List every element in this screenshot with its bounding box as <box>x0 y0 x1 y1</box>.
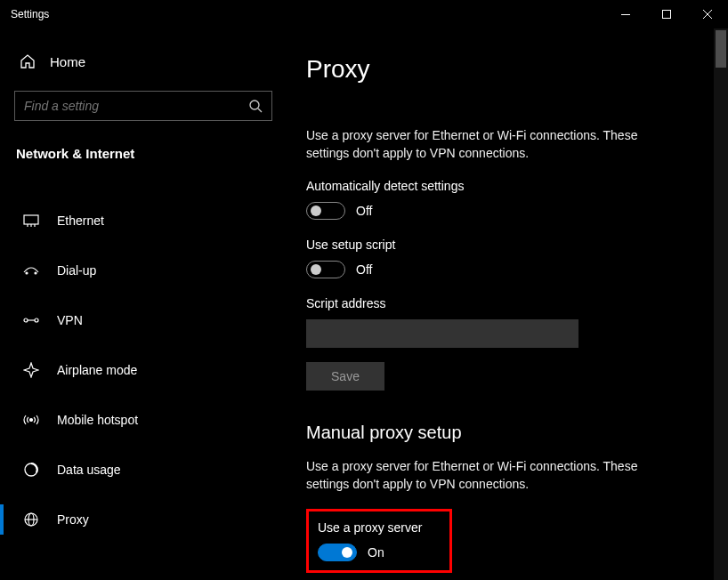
vpn-icon <box>23 312 39 328</box>
svg-rect-6 <box>24 215 38 224</box>
sidebar-item-airplane[interactable]: Airplane mode <box>11 351 278 389</box>
page-title: Proxy <box>306 55 728 84</box>
minimize-button[interactable] <box>605 0 646 28</box>
svg-point-11 <box>35 272 36 274</box>
script-address-label: Script address <box>306 296 728 310</box>
save-button[interactable]: Save <box>306 362 384 391</box>
home-icon <box>20 53 36 69</box>
svg-line-5 <box>258 109 262 112</box>
dialup-icon <box>23 262 39 278</box>
home-nav[interactable]: Home <box>11 44 278 78</box>
close-button[interactable] <box>687 0 728 28</box>
scrollbar-thumb[interactable] <box>716 30 726 68</box>
script-address-input[interactable] <box>306 319 578 348</box>
proxy-auto-description: Use a proxy server for Ethernet or Wi-Fi… <box>306 126 680 163</box>
sidebar-item-ethernet[interactable]: Ethernet <box>11 202 278 239</box>
svg-point-15 <box>30 419 33 422</box>
maximize-button[interactable] <box>646 0 687 28</box>
sidebar-item-label: Ethernet <box>57 213 104 228</box>
sidebar-item-label: Data usage <box>57 463 121 477</box>
airplane-icon <box>23 362 39 378</box>
sidebar-item-hotspot[interactable]: Mobile hotspot <box>11 401 278 439</box>
svg-point-4 <box>250 101 259 109</box>
sidebar-item-label: VPN <box>57 313 83 327</box>
svg-point-13 <box>35 318 38 322</box>
auto-detect-toggle[interactable] <box>306 202 345 220</box>
use-script-label: Use setup script <box>306 238 728 252</box>
svg-point-10 <box>26 272 28 274</box>
proxy-manual-description: Use a proxy server for Ethernet or Wi-Fi… <box>306 457 680 494</box>
sidebar-item-label: Proxy <box>57 512 89 527</box>
use-proxy-toggle[interactable] <box>318 544 357 561</box>
use-proxy-label: Use a proxy server <box>318 520 437 535</box>
hotspot-icon <box>23 412 39 428</box>
manual-proxy-heading: Manual proxy setup <box>306 423 728 443</box>
window-title: Settings <box>11 8 49 20</box>
use-script-state: Off <box>356 262 372 277</box>
svg-point-12 <box>24 318 28 322</box>
sidebar-item-label: Airplane mode <box>57 363 137 377</box>
auto-detect-label: Automatically detect settings <box>306 179 728 193</box>
use-script-toggle[interactable] <box>306 261 345 278</box>
sidebar-section-label: Network & Internet <box>11 137 278 170</box>
sidebar-item-proxy[interactable]: Proxy <box>11 501 278 538</box>
sidebar-item-dialup[interactable]: Dial-up <box>11 252 278 289</box>
sidebar: Home Network & Internet Ethernet <box>0 28 285 580</box>
titlebar: Settings <box>0 0 728 28</box>
globe-icon <box>23 512 39 528</box>
search-input[interactable] <box>24 99 248 113</box>
svg-rect-1 <box>663 11 671 19</box>
use-proxy-state: On <box>368 545 384 560</box>
auto-detect-state: Off <box>356 204 372 218</box>
data-usage-icon <box>23 462 39 478</box>
search-icon <box>248 99 263 113</box>
sidebar-item-label: Dial-up <box>57 263 96 278</box>
window-controls <box>605 0 728 28</box>
search-box[interactable] <box>14 91 272 121</box>
content-pane: Proxy Use a proxy server for Ethernet or… <box>285 28 728 580</box>
ethernet-icon <box>23 213 39 229</box>
svg-rect-0 <box>621 14 630 15</box>
sidebar-item-vpn[interactable]: VPN <box>11 302 278 339</box>
scrollbar[interactable] <box>714 28 728 580</box>
home-label: Home <box>50 54 85 69</box>
sidebar-item-datausage[interactable]: Data usage <box>11 451 278 488</box>
sidebar-item-label: Mobile hotspot <box>57 413 138 427</box>
highlight-box: Use a proxy server On <box>306 509 452 573</box>
